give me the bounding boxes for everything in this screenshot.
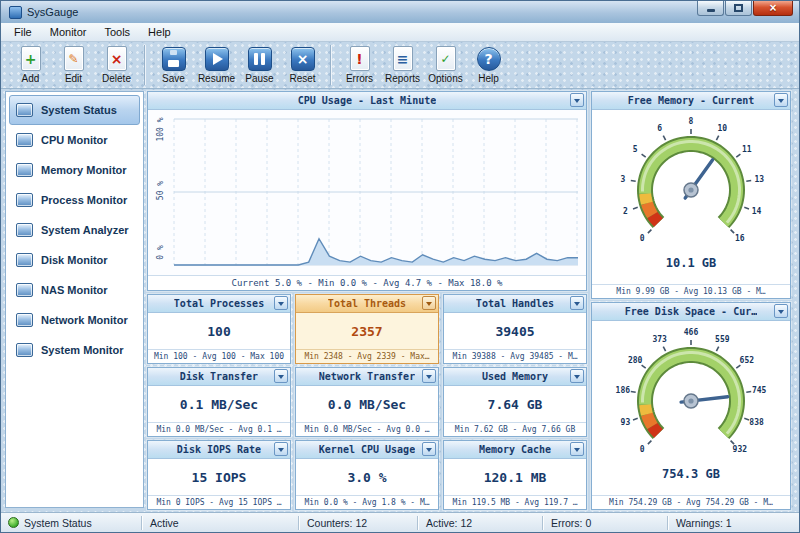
metric-value: 39405 (444, 313, 586, 349)
panel-dropdown-button[interactable] (422, 296, 436, 310)
pause-button[interactable]: Pause (238, 45, 281, 85)
total-handles-panel: Total Handles 39405 Min 39388 - Avg 3948… (443, 294, 587, 364)
free-disk-space-stats: Min 754.29 GB - Avg 754.29 GB - M… (592, 495, 790, 509)
chevron-down-icon (278, 448, 284, 452)
metric-stats: Min 0 IOPS - Avg 15 IOPS … (148, 495, 290, 509)
reports-icon: ≡ (390, 46, 415, 71)
options-button[interactable]: ✓ Options (424, 45, 467, 85)
free-disk-space-gauge: 093186280373466559652745838932 (592, 323, 790, 465)
sidebar-item-network-monitor[interactable]: Network Monitor (9, 305, 140, 335)
svg-text:3: 3 (620, 175, 625, 184)
statusbar-counters: Counters: 12 (300, 513, 417, 532)
sidebar-item-label: Memory Monitor (41, 164, 127, 176)
panel-dropdown-button[interactable] (274, 442, 288, 456)
panel-dropdown-button[interactable] (570, 369, 584, 383)
save-icon (161, 46, 186, 71)
cpu-chart: 100 % 50 % 0 % (148, 110, 586, 275)
sidebar-item-system-monitor[interactable]: System Monitor (9, 335, 140, 365)
svg-text:8: 8 (689, 117, 694, 126)
kernel-cpu-panel: Kernel CPU Usage 3.0 % Min 0.0 % - Avg 1… (295, 440, 439, 510)
minimize-icon (707, 9, 715, 12)
menu-tools[interactable]: Tools (95, 24, 139, 40)
titlebar[interactable]: SysGauge × (1, 1, 799, 23)
free-memory-dropdown-button[interactable] (774, 93, 788, 107)
minimize-button[interactable] (697, 1, 724, 16)
metric-value: 100 (148, 313, 290, 349)
metric-value: 0.1 MB/Sec (148, 386, 290, 422)
metric-stats: Min 0.0 MB/Sec - Avg 0.0 … (296, 422, 438, 436)
panel-dropdown-button[interactable] (422, 442, 436, 456)
metric-value: 2357 (296, 313, 438, 349)
svg-text:14: 14 (752, 207, 762, 216)
process-monitor-icon (16, 193, 33, 207)
free-disk-space-header: Free Disk Space - Cur… (592, 303, 790, 321)
chevron-down-icon (278, 302, 284, 306)
delete-button[interactable]: × Delete (95, 45, 138, 85)
svg-text:838: 838 (749, 418, 764, 427)
memory-monitor-icon (16, 163, 33, 177)
chevron-down-icon (574, 448, 580, 452)
save-button[interactable]: Save (152, 45, 195, 85)
chevron-down-icon (574, 375, 580, 379)
maximize-button[interactable] (725, 1, 752, 16)
sidebar-item-process-monitor[interactable]: Process Monitor (9, 185, 140, 215)
window-title: SysGauge (27, 6, 78, 18)
panel-dropdown-button[interactable] (422, 369, 436, 383)
panel-dropdown-button[interactable] (570, 442, 584, 456)
free-memory-value: 10.1 GB (592, 254, 790, 272)
nas-monitor-icon (16, 283, 33, 297)
panel-dropdown-button[interactable] (570, 296, 584, 310)
cpu-panel-dropdown-button[interactable] (570, 93, 584, 107)
chevron-down-icon (426, 448, 432, 452)
sidebar-item-label: System Monitor (41, 344, 124, 356)
metric-value: 120.1 MB (444, 459, 586, 495)
sidebar-item-cpu-monitor[interactable]: CPU Monitor (9, 125, 140, 155)
close-button[interactable]: × (753, 1, 793, 16)
free-memory-title: Free Memory - Current (628, 95, 754, 106)
reports-button[interactable]: ≡ Reports (381, 45, 424, 85)
sidebar-item-disk-monitor[interactable]: Disk Monitor (9, 245, 140, 275)
chevron-down-icon (278, 375, 284, 379)
resume-button[interactable]: Resume (195, 45, 238, 85)
free-disk-space-value: 754.3 GB (592, 465, 790, 483)
sidebar-item-system-analyzer[interactable]: System Analyzer (9, 215, 140, 245)
menu-monitor[interactable]: Monitor (41, 24, 96, 40)
statusbar-active: Active: 12 (419, 513, 542, 532)
system-analyzer-icon (16, 223, 33, 237)
toolbar-separator (330, 45, 332, 85)
free-memory-header: Free Memory - Current (592, 92, 790, 110)
app-icon (9, 6, 22, 19)
network-transfer-panel: Network Transfer 0.0 MB/Sec Min 0.0 MB/S… (295, 367, 439, 437)
add-button[interactable]: + Add (9, 45, 52, 85)
sidebar-item-memory-monitor[interactable]: Memory Monitor (9, 155, 140, 185)
free-memory-panel: Free Memory - Current 0235681011131416 1… (591, 91, 791, 299)
disk-monitor-icon (16, 253, 33, 267)
free-disk-space-dropdown-button[interactable] (774, 304, 788, 318)
menu-help[interactable]: Help (139, 24, 180, 40)
panel-dropdown-button[interactable] (274, 369, 288, 383)
sidebar-item-nas-monitor[interactable]: NAS Monitor (9, 275, 140, 305)
chevron-down-icon (574, 99, 580, 103)
free-memory-gauge: 0235681011131416 (592, 112, 790, 254)
app-window: SysGauge × File Monitor Tools Help + Add… (0, 0, 800, 533)
sidebar-item-label: NAS Monitor (41, 284, 108, 296)
svg-text:0: 0 (640, 234, 645, 243)
errors-button[interactable]: ! Errors (338, 45, 381, 85)
cpu-panel-header: CPU Usage - Last Minute (148, 92, 586, 110)
errors-icon: ! (347, 46, 372, 71)
metric-value: 0.0 MB/Sec (296, 386, 438, 422)
menu-file[interactable]: File (5, 24, 41, 40)
sidebar-item-system-status[interactable]: System Status (9, 95, 140, 125)
pause-icon (247, 46, 272, 71)
y-axis-tick-50: 50 % (156, 174, 165, 208)
reset-button[interactable]: × Reset (281, 45, 324, 85)
svg-text:11: 11 (742, 145, 752, 154)
help-button[interactable]: ? Help (467, 45, 510, 85)
statusbar-errors: Errors: 0 (544, 513, 667, 532)
panel-dropdown-button[interactable] (274, 296, 288, 310)
toolbar-separator (144, 45, 146, 85)
sidebar-item-label: System Status (41, 104, 117, 116)
svg-text:186: 186 (616, 386, 631, 395)
edit-button[interactable]: ✎ Edit (52, 45, 95, 85)
metric-stats: Min 2348 - Avg 2339 - Max… (296, 349, 438, 363)
